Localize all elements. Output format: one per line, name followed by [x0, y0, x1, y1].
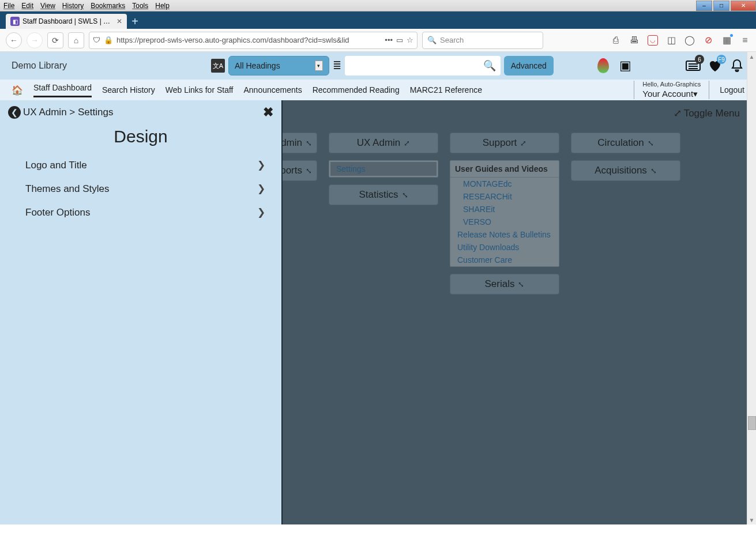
window-minimize-button[interactable]: – [696, 1, 712, 11]
window-maximize-button[interactable]: □ [713, 1, 729, 11]
menu-tools[interactable]: Tools [129, 1, 152, 11]
reader-icon[interactable]: ▭ [396, 36, 403, 44]
breadcrumb-settings[interactable]: Settings [78, 107, 113, 118]
bell-icon[interactable] [729, 58, 744, 73]
search-placeholder: Search [440, 36, 464, 44]
nav-marc21[interactable]: MARC21 Reference [410, 85, 482, 95]
menu-edit[interactable]: Edit [18, 1, 37, 11]
chevron-down-icon: ▾ [315, 61, 323, 71]
nav-search-history[interactable]: Search History [102, 85, 155, 95]
breadcrumb-ux-admin[interactable]: UX Admin [23, 107, 67, 118]
menu-help[interactable]: Help [152, 1, 173, 11]
chevron-right-icon: ❯ [257, 183, 265, 195]
browser-menubar: File Edit View History Bookmarks Tools H… [0, 0, 173, 12]
back-button[interactable]: ← [6, 32, 22, 48]
panel-item-themes-styles[interactable]: Themes and Styles ❯ [0, 177, 281, 201]
support-section-header: User Guides and Videos [450, 161, 559, 178]
close-panel-icon[interactable]: ✖ [263, 105, 273, 120]
reload-button[interactable]: ⟳ [47, 32, 63, 48]
nav-web-links[interactable]: Web Links for Staff [166, 85, 234, 95]
design-panel: ❮ UX Admin > Settings ✖ Design Logo and … [0, 100, 283, 524]
kids-icon[interactable] [596, 58, 611, 73]
link-release-notes[interactable]: Release Notes & Bulletins [450, 228, 559, 241]
search-icon[interactable]: 🔍 [483, 59, 496, 72]
header-icons: ▣ 6 F9 [596, 58, 744, 73]
card-circulation[interactable]: Circulation⤡ [571, 133, 680, 153]
nav-strip: 🏠 Staff Dashboard Search History Web Lin… [0, 80, 756, 100]
card-acq-label: Acquisitions [595, 165, 647, 176]
advanced-search-button[interactable]: Advanced [504, 56, 554, 76]
list-icon[interactable]: 6 [686, 58, 701, 73]
scroll-thumb[interactable] [748, 416, 756, 430]
browser-search-input[interactable]: 🔍 Search [422, 32, 543, 49]
card-support-label: Support [483, 137, 517, 149]
database-icon[interactable]: ≣ [333, 59, 341, 72]
hamburger-menu-icon[interactable]: ≡ [740, 35, 750, 46]
card-support[interactable]: Support⤢ [450, 133, 559, 153]
logout-link[interactable]: Logout [720, 85, 744, 95]
headings-label: All Headings [235, 61, 280, 70]
expand-icon: ⤢ [520, 139, 526, 148]
menu-history[interactable]: History [59, 1, 87, 11]
link-customer-care[interactable]: Customer Care [450, 254, 559, 266]
sidebar-icon[interactable]: ◫ [666, 35, 676, 46]
nav-announcements[interactable]: Announcements [244, 85, 302, 95]
collapse-icon: ⤡ [648, 139, 654, 148]
browser-tab[interactable]: ◧ Staff Dashboard | SWLS | SWLS ✕ [6, 14, 127, 29]
forward-button: → [27, 32, 43, 48]
heart-icon[interactable]: F9 [708, 58, 723, 73]
collapse-icon: ⤡ [518, 280, 524, 289]
card-statistics[interactable]: Statistics⤡ [329, 184, 438, 205]
breadcrumb-sep: > [69, 107, 75, 118]
headings-dropdown[interactable]: All Headings ▾ [228, 56, 329, 76]
bookmark-star-icon[interactable]: ☆ [407, 36, 413, 44]
new-tab-button[interactable]: + [127, 14, 143, 29]
panel-item-label: Footer Options [25, 207, 90, 218]
lock-icon: 🔒 [104, 36, 113, 44]
collapse-icon: ⤡ [650, 167, 657, 175]
addon-icon[interactable]: ⊘ [703, 35, 713, 46]
card-serials[interactable]: Serials⤡ [450, 274, 559, 295]
catalog-search-input[interactable]: 🔍 [345, 56, 501, 76]
list-badge: 6 [695, 55, 704, 64]
menu-file[interactable]: File [0, 1, 18, 11]
scroll-up-icon[interactable]: ▲ [747, 52, 756, 61]
card-ux-admin[interactable]: UX Admin⤢ [329, 133, 438, 153]
account-menu[interactable]: Hello, Auto-Graphics Your Account▾ [634, 81, 709, 99]
translate-icon[interactable]: 文A [211, 59, 225, 73]
nav-recommended[interactable]: Recommended Reading [313, 85, 400, 95]
scan-icon[interactable]: ▣ [618, 58, 633, 73]
panel-item-logo-title[interactable]: Logo and Title ❯ [0, 153, 281, 177]
scroll-down-icon[interactable]: ▼ [747, 515, 756, 524]
expand-icon: ⤢ [404, 139, 410, 148]
back-icon[interactable]: ❮ [8, 106, 21, 119]
pocket-icon[interactable]: ◡ [648, 35, 658, 46]
extensions-icon[interactable]: ▦ [721, 35, 732, 46]
ellipsis-icon[interactable]: ••• [385, 36, 393, 44]
settings-link[interactable]: Settings [330, 162, 437, 176]
library-icon[interactable]: ⎙ [611, 35, 621, 46]
scrollbar[interactable]: ▲ ▼ [747, 52, 756, 524]
tab-close-icon[interactable]: ✕ [116, 17, 122, 25]
nav-staff-dashboard[interactable]: Staff Dashboard [33, 83, 92, 97]
url-bar[interactable]: 🛡 🔒 https://preprod-swls-verso.auto-grap… [89, 32, 418, 49]
link-researchit[interactable]: RESEARCHit [450, 190, 559, 203]
print-icon[interactable]: 🖶 [629, 35, 640, 46]
home-button[interactable]: ⌂ [68, 32, 84, 48]
account-icon[interactable]: ◯ [684, 35, 695, 46]
link-verso[interactable]: VERSO [450, 216, 559, 228]
window-close-button[interactable]: ✕ [731, 1, 756, 11]
card-acquisitions[interactable]: Acquisitions⤡ [571, 160, 680, 181]
link-shareit[interactable]: SHAREit [450, 203, 559, 216]
toggle-menu-button[interactable]: ⤢ Toggle Menu [674, 107, 740, 119]
menu-bookmarks[interactable]: Bookmarks [87, 1, 129, 11]
menu-view[interactable]: View [37, 1, 59, 11]
home-icon[interactable]: 🏠 [12, 85, 23, 96]
collapse-icon: ⤡ [306, 167, 312, 175]
url-text: https://preprod-swls-verso.auto-graphics… [116, 36, 381, 44]
link-montagedc[interactable]: MONTAGEdc [450, 178, 559, 190]
panel-item-footer-options[interactable]: Footer Options ❯ [0, 201, 281, 224]
link-utility-downloads[interactable]: Utility Downloads [450, 241, 559, 254]
chevron-down-icon: ▾ [693, 89, 698, 99]
toolbar-icons: ⎙ 🖶 ◡ ◫ ◯ ⊘ ▦ ≡ [611, 35, 750, 46]
